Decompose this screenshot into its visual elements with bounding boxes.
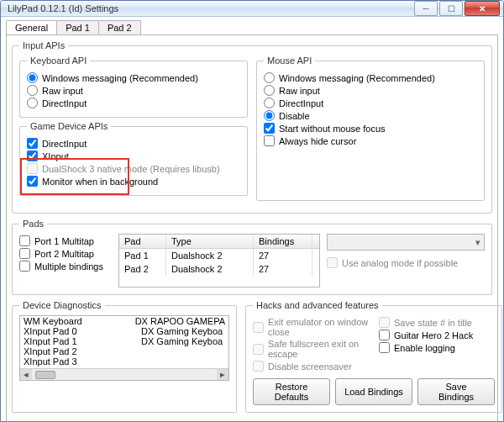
minimize-button[interactable]: ─: [414, 1, 438, 16]
restore-defaults-button[interactable]: Restore Defaults: [253, 378, 330, 405]
maximize-button[interactable]: ☐: [439, 1, 463, 16]
check-always-hide-cursor[interactable]: Always hide cursor: [264, 135, 477, 146]
group-pads: Pads Port 1 Multitap Port 2 Multitap Mul…: [12, 219, 492, 295]
check-xinput[interactable]: XInput: [27, 150, 240, 161]
radio-mouse-raw[interactable]: Raw input: [264, 85, 477, 96]
list-item[interactable]: XInput Pad 1DX Gaming Keyboa: [20, 336, 228, 346]
tab-strip: General Pad 1 Pad 2: [1, 17, 503, 34]
legend-keyboard: Keyboard API: [27, 55, 90, 66]
group-mouse-api: Mouse API Windows messaging (Recommended…: [256, 55, 485, 201]
horizontal-scrollbar[interactable]: ◂ ▸: [20, 368, 228, 380]
list-item[interactable]: XInput Pad 3: [20, 356, 228, 367]
legend-game-device: Game Device APIs: [27, 121, 111, 131]
scroll-thumb[interactable]: [35, 371, 55, 379]
scroll-left-icon[interactable]: ◂: [20, 369, 32, 380]
radio-kb-raw[interactable]: Raw input: [27, 85, 240, 96]
table-row[interactable]: Pad 2 Dualshock 2 27: [119, 262, 319, 276]
save-bindings-button[interactable]: Save Bindings: [417, 378, 495, 405]
table-row[interactable]: Pad 1 Dualshock 2 27: [119, 249, 319, 262]
list-item[interactable]: WM KeyboardDX RAPOO GAMEPA: [20, 316, 228, 326]
group-game-device-apis: Game Device APIs DirectInput XInput Dual…: [19, 121, 248, 196]
pad-type-dropdown[interactable]: [327, 234, 485, 251]
radio-kb-wm[interactable]: Windows messaging (Recommended): [27, 72, 240, 83]
check-directinput[interactable]: DirectInput: [27, 138, 240, 149]
check-monitor-background[interactable]: Monitor when in background: [27, 176, 240, 187]
check-analog-mode: Use analog mode if possible: [327, 257, 485, 268]
window-title: LilyPad 0.12.1 (Id) Settings: [8, 3, 414, 13]
check-port1-multitap[interactable]: Port 1 Multitap: [19, 235, 112, 246]
diagnostics-list[interactable]: WM KeyboardDX RAPOO GAMEPA XInput Pad 0D…: [19, 315, 229, 381]
legend-mouse: Mouse API: [264, 55, 315, 66]
check-save-state-title: Save state # in title: [379, 317, 495, 328]
group-input-apis: Input APIs Keyboard API Windows messagin…: [12, 40, 492, 214]
tab-pad1[interactable]: Pad 1: [56, 20, 99, 34]
pads-list[interactable]: Pad Type Bindings Pad 1 Dualshock 2 27 P…: [118, 234, 320, 287]
tab-general[interactable]: General: [6, 20, 57, 34]
check-multiple-bindings[interactable]: Multiple bindings: [19, 261, 112, 272]
legend-pads: Pads: [19, 219, 47, 229]
check-safe-fullscreen: Safe fullscreen exit on escape: [253, 339, 369, 359]
legend-hacks: Hacks and advanced features: [253, 300, 382, 310]
check-disable-screensaver: Disable screensaver: [253, 361, 369, 372]
load-bindings-button[interactable]: Load Bindings: [335, 378, 412, 405]
check-exit-emulator: Exit emulator on window close: [253, 317, 369, 337]
check-port2-multitap[interactable]: Port 2 Multitap: [19, 248, 112, 259]
group-device-diagnostics: Device Diagnostics WM KeyboardDX RAPOO G…: [12, 300, 237, 413]
close-button[interactable]: ✕: [465, 1, 500, 16]
settings-window: LilyPad 0.12.1 (Id) Settings ─ ☐ ✕ Gener…: [0, 0, 504, 422]
check-guitar-hero-hack[interactable]: Guitar Hero 2 Hack: [379, 330, 495, 340]
legend-input-apis: Input APIs: [19, 40, 68, 50]
group-hacks: Hacks and advanced features Exit emulato…: [245, 300, 502, 413]
titlebar[interactable]: LilyPad 0.12.1 (Id) Settings ─ ☐ ✕: [1, 1, 503, 17]
radio-mouse-wm[interactable]: Windows messaging (Recommended): [264, 72, 477, 83]
radio-kb-di[interactable]: DirectInput: [27, 98, 240, 108]
legend-diagnostics: Device Diagnostics: [19, 300, 105, 310]
radio-mouse-disable[interactable]: Disable: [264, 110, 477, 121]
scroll-right-icon[interactable]: ▸: [217, 369, 228, 380]
tab-panel-general: Input APIs Keyboard API Windows messagin…: [6, 34, 498, 422]
list-item[interactable]: XInput Pad 2: [20, 346, 228, 356]
check-start-without-focus[interactable]: Start without mouse focus: [264, 123, 477, 134]
check-enable-logging[interactable]: Enable logging: [379, 342, 495, 353]
group-keyboard-api: Keyboard API Windows messaging (Recommen…: [19, 55, 248, 118]
check-dualshock3: DualShock 3 native mode (Requires libusb…: [27, 163, 240, 174]
tab-pad2[interactable]: Pad 2: [98, 20, 141, 34]
radio-mouse-di[interactable]: DirectInput: [264, 98, 477, 108]
list-item[interactable]: XInput Pad 0DX Gaming Keyboa: [20, 326, 228, 336]
pads-list-header: Pad Type Bindings: [119, 235, 319, 249]
